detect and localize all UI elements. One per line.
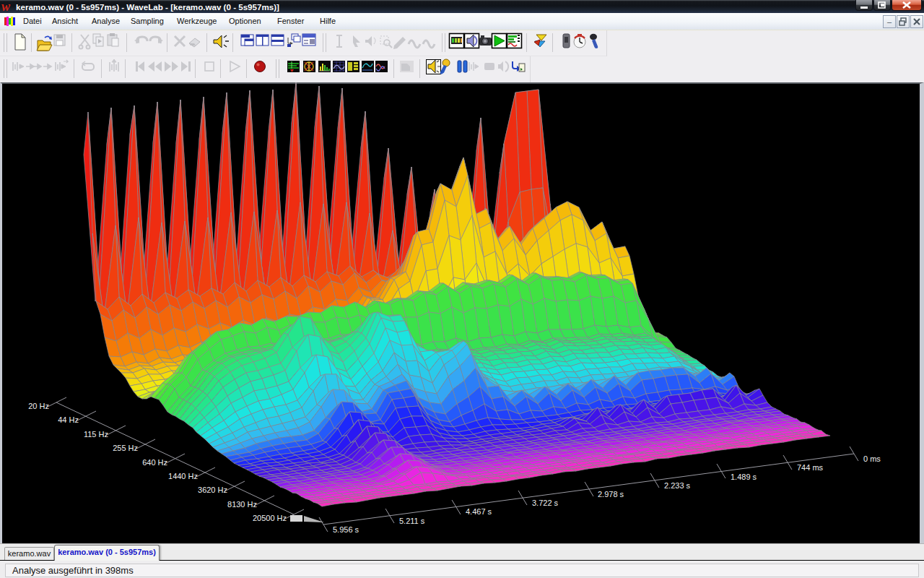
svg-text:744 ms: 744 ms [797,463,824,472]
svg-text:1440 Hz: 1440 Hz [168,472,198,480]
svg-text:255 Hz: 255 Hz [113,444,138,452]
svg-text:1.489 s: 1.489 s [731,473,757,481]
svg-text:20500 Hz: 20500 Hz [253,514,287,522]
svg-text:8130 Hz: 8130 Hz [227,500,257,509]
svg-text:640 Hz: 640 Hz [142,458,167,467]
svg-text:4.467 s: 4.467 s [466,507,492,516]
svg-text:20 Hz: 20 Hz [28,402,49,410]
svg-text:2.233 s: 2.233 s [664,481,691,490]
svg-text:3620 Hz: 3620 Hz [198,486,227,494]
svg-text:0 ms: 0 ms [863,454,881,463]
svg-text:3.722 s: 3.722 s [532,499,559,507]
svg-text:115 Hz: 115 Hz [84,430,108,439]
svg-text:2.978 s: 2.978 s [598,490,624,499]
svg-text:5.956 s: 5.956 s [333,525,359,534]
svg-text:5.211 s: 5.211 s [399,517,425,525]
svg-text:44 Hz: 44 Hz [58,415,79,424]
